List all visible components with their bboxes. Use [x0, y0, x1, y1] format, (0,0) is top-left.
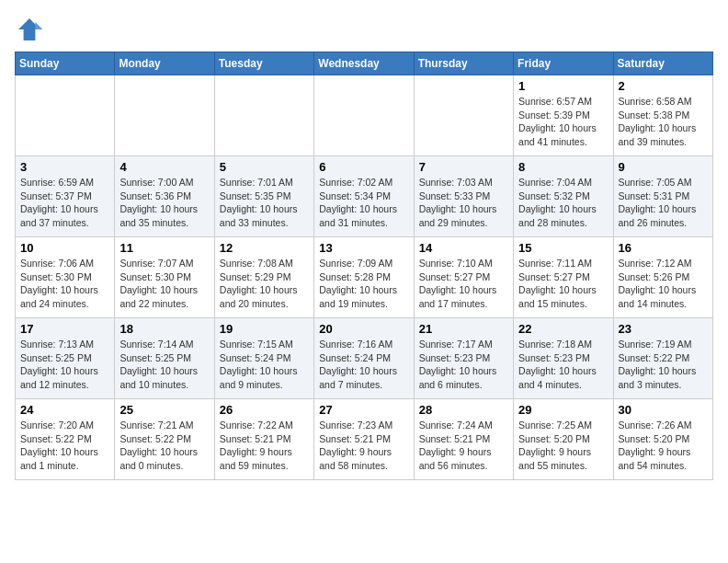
day-info: Sunrise: 7:26 AM Sunset: 5:20 PM Dayligh…	[619, 419, 708, 473]
day-number: 6	[319, 160, 408, 174]
calendar-cell: 8Sunrise: 7:04 AM Sunset: 5:32 PM Daylig…	[514, 156, 613, 237]
day-info: Sunrise: 7:18 AM Sunset: 5:23 PM Dayligh…	[518, 338, 608, 392]
day-info: Sunrise: 6:57 AM Sunset: 5:39 PM Dayligh…	[518, 95, 608, 149]
calendar-header-row: SundayMondayTuesdayWednesdayThursdayFrid…	[16, 52, 713, 75]
day-info: Sunrise: 7:14 AM Sunset: 5:25 PM Dayligh…	[119, 338, 209, 392]
calendar-cell: 30Sunrise: 7:26 AM Sunset: 5:20 PM Dayli…	[613, 399, 712, 480]
week-row-1: 1Sunrise: 6:57 AM Sunset: 5:39 PM Daylig…	[16, 75, 713, 156]
day-info: Sunrise: 7:08 AM Sunset: 5:29 PM Dayligh…	[220, 257, 309, 311]
day-info: Sunrise: 7:09 AM Sunset: 5:28 PM Dayligh…	[319, 257, 408, 311]
day-info: Sunrise: 7:23 AM Sunset: 5:21 PM Dayligh…	[319, 419, 408, 473]
calendar-cell: 10Sunrise: 7:06 AM Sunset: 5:30 PM Dayli…	[16, 237, 115, 318]
day-info: Sunrise: 7:11 AM Sunset: 5:27 PM Dayligh…	[518, 257, 608, 311]
day-info: Sunrise: 7:00 AM Sunset: 5:36 PM Dayligh…	[119, 176, 209, 230]
calendar-cell: 13Sunrise: 7:09 AM Sunset: 5:28 PM Dayli…	[314, 237, 414, 318]
calendar-cell: 24Sunrise: 7:20 AM Sunset: 5:22 PM Dayli…	[16, 399, 115, 480]
calendar-cell	[314, 75, 414, 156]
calendar-cell	[16, 75, 115, 156]
page-header	[15, 15, 713, 44]
day-number: 13	[319, 241, 408, 255]
day-number: 10	[20, 241, 109, 255]
day-info: Sunrise: 7:19 AM Sunset: 5:22 PM Dayligh…	[619, 338, 708, 392]
day-info: Sunrise: 7:17 AM Sunset: 5:23 PM Dayligh…	[419, 338, 508, 392]
calendar-cell: 9Sunrise: 7:05 AM Sunset: 5:31 PM Daylig…	[613, 156, 712, 237]
calendar-cell: 12Sunrise: 7:08 AM Sunset: 5:29 PM Dayli…	[214, 237, 313, 318]
calendar-cell: 17Sunrise: 7:13 AM Sunset: 5:25 PM Dayli…	[16, 318, 115, 399]
day-number: 2	[619, 79, 708, 93]
calendar-cell: 26Sunrise: 7:22 AM Sunset: 5:21 PM Dayli…	[214, 399, 313, 480]
day-info: Sunrise: 7:10 AM Sunset: 5:27 PM Dayligh…	[419, 257, 508, 311]
day-info: Sunrise: 7:03 AM Sunset: 5:33 PM Dayligh…	[419, 176, 508, 230]
calendar-cell: 14Sunrise: 7:10 AM Sunset: 5:27 PM Dayli…	[414, 237, 513, 318]
week-row-2: 3Sunrise: 6:59 AM Sunset: 5:37 PM Daylig…	[16, 156, 713, 237]
calendar-cell: 6Sunrise: 7:02 AM Sunset: 5:34 PM Daylig…	[314, 156, 414, 237]
calendar-cell: 7Sunrise: 7:03 AM Sunset: 5:33 PM Daylig…	[414, 156, 513, 237]
day-info: Sunrise: 7:12 AM Sunset: 5:26 PM Dayligh…	[619, 257, 708, 311]
day-number: 28	[419, 403, 508, 417]
day-number: 20	[319, 322, 408, 336]
day-number: 19	[220, 322, 309, 336]
day-number: 9	[619, 160, 708, 174]
calendar-cell: 28Sunrise: 7:24 AM Sunset: 5:21 PM Dayli…	[414, 399, 513, 480]
day-info: Sunrise: 7:16 AM Sunset: 5:24 PM Dayligh…	[319, 338, 408, 392]
day-number: 8	[518, 160, 608, 174]
day-info: Sunrise: 7:13 AM Sunset: 5:25 PM Dayligh…	[20, 338, 109, 392]
day-number: 11	[119, 241, 209, 255]
day-info: Sunrise: 7:21 AM Sunset: 5:22 PM Dayligh…	[119, 419, 209, 473]
day-info: Sunrise: 7:20 AM Sunset: 5:22 PM Dayligh…	[20, 419, 109, 473]
day-info: Sunrise: 7:22 AM Sunset: 5:21 PM Dayligh…	[220, 419, 309, 473]
day-number: 22	[518, 322, 608, 336]
day-header-wednesday: Wednesday	[314, 52, 414, 75]
calendar-cell: 3Sunrise: 6:59 AM Sunset: 5:37 PM Daylig…	[16, 156, 115, 237]
day-info: Sunrise: 7:01 AM Sunset: 5:35 PM Dayligh…	[220, 176, 309, 230]
day-info: Sunrise: 7:15 AM Sunset: 5:24 PM Dayligh…	[220, 338, 309, 392]
day-number: 17	[20, 322, 109, 336]
day-header-sunday: Sunday	[16, 52, 115, 75]
svg-marker-1	[35, 22, 42, 29]
calendar-cell: 21Sunrise: 7:17 AM Sunset: 5:23 PM Dayli…	[414, 318, 513, 399]
day-number: 23	[619, 322, 708, 336]
day-number: 4	[119, 160, 209, 174]
calendar-cell: 23Sunrise: 7:19 AM Sunset: 5:22 PM Dayli…	[613, 318, 712, 399]
day-number: 21	[419, 322, 508, 336]
day-header-thursday: Thursday	[414, 52, 513, 75]
calendar-cell: 15Sunrise: 7:11 AM Sunset: 5:27 PM Dayli…	[514, 237, 613, 318]
day-number: 24	[20, 403, 109, 417]
calendar-cell: 11Sunrise: 7:07 AM Sunset: 5:30 PM Dayli…	[115, 237, 214, 318]
day-number: 1	[518, 79, 608, 93]
week-row-3: 10Sunrise: 7:06 AM Sunset: 5:30 PM Dayli…	[16, 237, 713, 318]
calendar-cell: 29Sunrise: 7:25 AM Sunset: 5:20 PM Dayli…	[514, 399, 613, 480]
calendar-cell: 27Sunrise: 7:23 AM Sunset: 5:21 PM Dayli…	[314, 399, 414, 480]
calendar-cell	[214, 75, 313, 156]
day-number: 3	[20, 160, 109, 174]
day-number: 26	[220, 403, 309, 417]
calendar-cell: 25Sunrise: 7:21 AM Sunset: 5:22 PM Dayli…	[115, 399, 214, 480]
day-number: 14	[419, 241, 508, 255]
calendar-cell: 19Sunrise: 7:15 AM Sunset: 5:24 PM Dayli…	[214, 318, 313, 399]
calendar: SundayMondayTuesdayWednesdayThursdayFrid…	[15, 52, 713, 480]
calendar-cell	[414, 75, 513, 156]
day-number: 12	[220, 241, 309, 255]
day-header-friday: Friday	[514, 52, 613, 75]
day-number: 5	[220, 160, 309, 174]
day-info: Sunrise: 6:58 AM Sunset: 5:38 PM Dayligh…	[619, 95, 708, 149]
day-header-monday: Monday	[115, 52, 214, 75]
week-row-5: 24Sunrise: 7:20 AM Sunset: 5:22 PM Dayli…	[16, 399, 713, 480]
day-number: 15	[518, 241, 608, 255]
calendar-cell: 18Sunrise: 7:14 AM Sunset: 5:25 PM Dayli…	[115, 318, 214, 399]
calendar-cell: 2Sunrise: 6:58 AM Sunset: 5:38 PM Daylig…	[613, 75, 712, 156]
day-number: 25	[119, 403, 209, 417]
calendar-cell: 16Sunrise: 7:12 AM Sunset: 5:26 PM Dayli…	[613, 237, 712, 318]
day-info: Sunrise: 7:06 AM Sunset: 5:30 PM Dayligh…	[20, 257, 109, 311]
day-info: Sunrise: 6:59 AM Sunset: 5:37 PM Dayligh…	[20, 176, 109, 230]
day-info: Sunrise: 7:02 AM Sunset: 5:34 PM Dayligh…	[319, 176, 408, 230]
calendar-cell: 5Sunrise: 7:01 AM Sunset: 5:35 PM Daylig…	[214, 156, 313, 237]
calendar-cell: 20Sunrise: 7:16 AM Sunset: 5:24 PM Dayli…	[314, 318, 414, 399]
day-header-saturday: Saturday	[613, 52, 712, 75]
day-number: 18	[119, 322, 209, 336]
calendar-cell: 1Sunrise: 6:57 AM Sunset: 5:39 PM Daylig…	[514, 75, 613, 156]
day-number: 29	[518, 403, 608, 417]
day-number: 7	[419, 160, 508, 174]
day-info: Sunrise: 7:24 AM Sunset: 5:21 PM Dayligh…	[419, 419, 508, 473]
day-info: Sunrise: 7:07 AM Sunset: 5:30 PM Dayligh…	[119, 257, 209, 311]
